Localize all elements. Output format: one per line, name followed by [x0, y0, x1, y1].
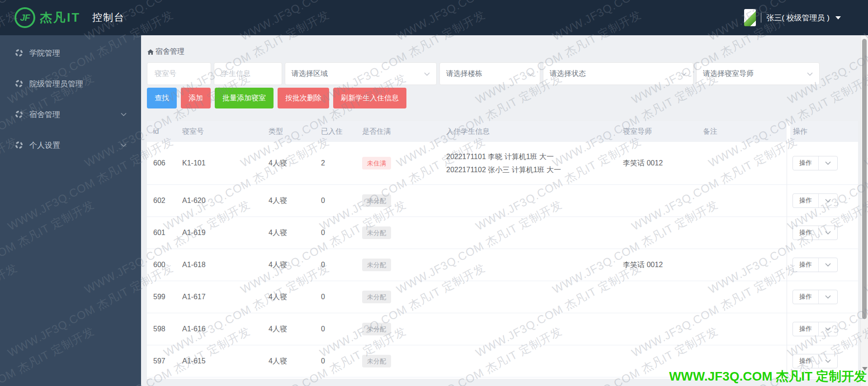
batch-add-room-button[interactable]: 批量添加寝室 — [215, 88, 274, 108]
cell-id: 598 — [147, 325, 176, 333]
col-header-op: 操作 — [787, 121, 858, 142]
user-avatar[interactable] — [744, 9, 756, 26]
room-no-input[interactable] — [154, 69, 204, 78]
cell-id: 599 — [147, 293, 176, 301]
student-line: 2022171101 李晓 计算机1班 大一 — [446, 150, 617, 163]
chevron-down-icon — [121, 143, 127, 147]
cell-id: 601 — [147, 229, 176, 237]
breadcrumb: 宿舍管理 — [147, 47, 858, 56]
cell-op: 操作 — [787, 185, 858, 217]
chevron-down-icon[interactable] — [819, 327, 837, 331]
mentor-select[interactable]: 请选择寝室导师 — [696, 62, 820, 85]
row-action-label: 操作 — [793, 197, 818, 205]
status-select[interactable]: 请选择状态 — [543, 62, 693, 85]
table-header-row: id寝室号类型已入住是否住满入住学生信息寝室导师备注操作 — [147, 121, 858, 142]
row-action-button[interactable]: 操作 — [793, 322, 838, 336]
cell-type: 4人寝 — [262, 357, 315, 366]
status-badge: 未分配 — [362, 259, 391, 271]
menu-circle-icon — [15, 80, 23, 88]
cell-type: 4人寝 — [262, 260, 315, 270]
cell-status: 未住满 — [356, 157, 440, 169]
cell-room: A1-618 — [176, 261, 262, 269]
status-badge: 未分配 — [362, 355, 391, 367]
cell-id: 597 — [147, 357, 176, 365]
cell-id: 602 — [147, 197, 176, 205]
cell-occupied: 0 — [315, 293, 356, 301]
building-select[interactable]: 请选择楼栋 — [439, 62, 540, 85]
batch-delete-button[interactable]: 按批次删除 — [278, 88, 329, 108]
cell-status: 未分配 — [356, 355, 440, 367]
cell-type: 4人寝 — [262, 292, 315, 302]
user-menu[interactable]: 张三( 校级管理员 ) — [744, 0, 841, 35]
menu-circle-icon — [15, 110, 23, 118]
breadcrumb-label: 宿舍管理 — [156, 47, 184, 56]
status-badge: 未分配 — [362, 226, 391, 239]
chevron-down-icon — [807, 70, 813, 78]
row-action-button[interactable]: 操作 — [793, 193, 838, 208]
table-row: 598A1-6164人寝0未分配操作 — [147, 313, 858, 345]
row-action-button[interactable]: 操作 — [793, 258, 838, 272]
cell-type: 4人寝 — [262, 159, 315, 168]
table-row: 601A1-6194人寝0未分配操作 — [147, 217, 858, 249]
scrollbar-down-arrow[interactable] — [862, 367, 868, 371]
top-header: JF 杰凡IT 控制台 张三( 校级管理员 ) — [0, 0, 868, 35]
status-badge: 未分配 — [362, 323, 391, 335]
menu-circle-icon — [15, 49, 23, 57]
status-badge: 未分配 — [362, 194, 391, 207]
chevron-down-icon[interactable] — [819, 359, 837, 363]
col-header-students: 入住学生信息 — [440, 127, 617, 137]
student-info-input[interactable] — [221, 69, 275, 78]
row-action-label: 操作 — [793, 293, 818, 301]
sidebar-item-2[interactable]: 院级管理员管理 — [0, 68, 141, 99]
brand-logo-icon: JF — [14, 7, 35, 28]
refresh-checkin-button[interactable]: 刷新学生入住信息 — [333, 88, 406, 108]
action-row: 查找添加批量添加寝室按批次删除刷新学生入住信息 — [147, 88, 858, 108]
cell-occupied: 0 — [315, 357, 356, 365]
area-select[interactable]: 请选择区域 — [285, 62, 437, 85]
search-button[interactable]: 查找 — [147, 88, 177, 108]
chevron-down-icon — [681, 70, 687, 78]
cell-occupied: 0 — [315, 261, 356, 269]
row-action-button[interactable]: 操作 — [793, 290, 838, 304]
cell-room: K1-101 — [176, 159, 262, 167]
cell-mentor: 李笑话 0012 — [617, 260, 697, 270]
row-action-button[interactable]: 操作 — [793, 226, 838, 240]
cell-status: 未分配 — [356, 291, 440, 303]
cell-type: 4人寝 — [262, 325, 315, 334]
col-header-type: 类型 — [262, 127, 315, 137]
chevron-down-icon[interactable] — [835, 16, 841, 19]
status-badge: 未住满 — [362, 157, 391, 169]
cell-room: A1-619 — [176, 229, 262, 237]
chevron-down-icon[interactable] — [819, 263, 837, 267]
student-info-input-wrap — [214, 62, 282, 85]
filter-row: 请选择区域请选择楼栋请选择状态请选择寝室导师 — [147, 62, 858, 85]
app-title: 控制台 — [92, 11, 125, 24]
building-select-value: 请选择楼栋 — [446, 69, 482, 79]
sidebar-item-1[interactable]: 学院管理 — [0, 38, 141, 68]
sidebar-item-4[interactable]: 个人设置 — [0, 130, 141, 160]
row-action-button[interactable]: 操作 — [793, 156, 838, 170]
divider — [761, 13, 761, 23]
sidebar-item-label: 个人设置 — [29, 140, 60, 151]
add-button[interactable]: 添加 — [181, 88, 211, 108]
cell-mentor: 李笑话 0012 — [617, 159, 697, 168]
row-action-button[interactable]: 操作 — [793, 354, 838, 368]
table-row: 602A1-6204人寝0未分配操作 — [147, 185, 858, 217]
cell-op: 操作 — [787, 313, 858, 345]
chevron-down-icon[interactable] — [819, 295, 837, 299]
scrollbar-thumb[interactable] — [862, 39, 867, 319]
student-line: 2022171102 张小三 计算机1班 大一 — [446, 163, 617, 176]
chevron-down-icon — [528, 70, 533, 78]
chevron-down-icon[interactable] — [819, 199, 837, 202]
chevron-down-icon[interactable] — [819, 231, 837, 235]
room-no-input-wrap — [147, 62, 211, 85]
chevron-down-icon[interactable] — [819, 161, 837, 165]
vertical-scrollbar[interactable] — [860, 35, 868, 386]
main-content: 宿舍管理 请选择区域请选择楼栋请选择状态请选择寝室导师 查找添加批量添加寝室按批… — [141, 35, 868, 386]
sidebar-item-label: 院级管理员管理 — [29, 79, 83, 89]
cell-status: 未分配 — [356, 226, 440, 239]
sidebar-item-3[interactable]: 宿舍管理 — [0, 99, 141, 130]
col-header-remark: 备注 — [697, 127, 787, 137]
sidebar-item-label: 学院管理 — [29, 48, 60, 58]
row-action-label: 操作 — [793, 261, 818, 269]
